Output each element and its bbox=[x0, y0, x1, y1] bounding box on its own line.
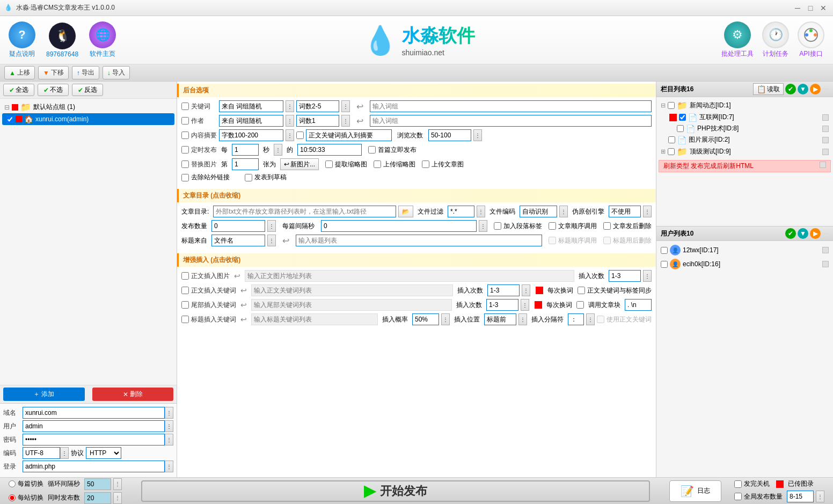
global-count-input[interactable] bbox=[787, 491, 814, 502]
user-down-button[interactable]: ▼ bbox=[798, 228, 808, 239]
save-draft-checkbox[interactable] bbox=[245, 174, 252, 181]
publish-count-spin[interactable]: ⋮ bbox=[267, 220, 276, 232]
new-image-button[interactable]: ↩ 新图片... bbox=[280, 158, 319, 170]
global-count-spin[interactable]: ⋮ bbox=[816, 491, 824, 502]
simultaneous-spin[interactable]: ⋮ bbox=[113, 492, 122, 504]
maximize-button[interactable]: □ bbox=[805, 3, 816, 13]
global-count-checkbox[interactable] bbox=[734, 493, 742, 500]
extract-thumb-checkbox[interactable] bbox=[325, 160, 333, 168]
insert-kw-checkbox[interactable] bbox=[181, 287, 189, 294]
user-spin[interactable]: ⋮ bbox=[165, 420, 173, 432]
keyword-source-spin[interactable]: ⋮ bbox=[286, 100, 294, 112]
read-categories-button[interactable]: 📋 读取 bbox=[753, 83, 784, 95]
cat-item-internet[interactable]: 📄 互联网[ID:7] bbox=[659, 112, 831, 123]
insert-kw-count-spin[interactable]: ⋮ bbox=[522, 284, 530, 296]
deselect-button[interactable]: ✔ 不选 bbox=[38, 84, 69, 96]
start-publish-button[interactable]: ▶ 开始发布 bbox=[141, 480, 650, 502]
login-input[interactable] bbox=[23, 461, 165, 472]
export-button[interactable]: ↑ 导出 bbox=[72, 66, 99, 79]
author-source-input[interactable] bbox=[219, 115, 283, 127]
password-input[interactable] bbox=[23, 434, 165, 445]
author-checkbox[interactable] bbox=[181, 117, 189, 125]
cat-news-checkbox[interactable] bbox=[668, 102, 675, 109]
file-filter-input[interactable] bbox=[448, 206, 474, 217]
nth-input[interactable] bbox=[232, 158, 259, 170]
close-button[interactable]: ✕ bbox=[818, 3, 829, 13]
schedule-button[interactable]: 🕐 计划任务 bbox=[762, 21, 789, 59]
encoding-input[interactable] bbox=[23, 447, 60, 459]
minimize-button[interactable]: ─ bbox=[792, 3, 803, 13]
expand-top-icon[interactable]: ⊞ bbox=[661, 148, 666, 155]
keyword-source-input[interactable] bbox=[219, 100, 283, 112]
log-button[interactable]: 📝 日志 bbox=[669, 480, 721, 502]
site-checkbox[interactable] bbox=[6, 116, 13, 123]
author-count-input[interactable] bbox=[296, 115, 339, 127]
backend-section-header[interactable]: 后台选项 bbox=[177, 84, 656, 97]
upload-article-checkbox[interactable] bbox=[422, 160, 429, 168]
dir-path-input[interactable] bbox=[213, 206, 396, 217]
user-input[interactable] bbox=[23, 420, 165, 432]
author-group-input[interactable] bbox=[370, 115, 652, 127]
insert-image-checkbox[interactable] bbox=[181, 272, 189, 280]
interval-spin[interactable]: ⋮ bbox=[479, 220, 487, 232]
domain-input[interactable] bbox=[23, 407, 165, 419]
sync-tag-checkbox[interactable] bbox=[578, 287, 585, 294]
publish-count-input[interactable] bbox=[211, 220, 265, 232]
insert-image-input[interactable] bbox=[245, 270, 574, 282]
import-button[interactable]: ↓ 导入 bbox=[103, 66, 130, 79]
cat-images-checkbox[interactable] bbox=[668, 136, 675, 143]
user-ecih0k-checkbox[interactable] bbox=[661, 261, 668, 268]
select-all-button[interactable]: ✔ 全选 bbox=[3, 84, 34, 96]
encoding-spin[interactable]: ⋮ bbox=[60, 447, 69, 459]
insert-count-spin[interactable]: ⋮ bbox=[643, 270, 652, 282]
fake-cite-spin[interactable]: ⋮ bbox=[643, 206, 652, 217]
summary-insert-checkbox[interactable] bbox=[296, 132, 304, 139]
per-site-switch-label[interactable]: 每站切换 bbox=[9, 493, 43, 502]
keyword-count-spin[interactable]: ⋮ bbox=[341, 100, 350, 112]
insert-title-kw-input[interactable] bbox=[251, 313, 378, 325]
api-button[interactable]: API接口 bbox=[798, 21, 824, 59]
insert-tail-count-spin[interactable]: ⋮ bbox=[521, 299, 529, 311]
move-down-button[interactable]: ▼ 下移 bbox=[38, 66, 69, 79]
schedule-time-input[interactable] bbox=[297, 144, 362, 156]
title-source-input[interactable] bbox=[211, 235, 265, 246]
insert-sep-input[interactable] bbox=[568, 313, 584, 325]
protocol-select[interactable]: HTTP HTTPS bbox=[86, 447, 121, 459]
insert-tail-checkbox[interactable] bbox=[181, 301, 189, 309]
insert-kw-input[interactable] bbox=[251, 284, 453, 296]
password-spin[interactable]: ⋮ bbox=[165, 434, 173, 445]
cat-top-checkbox[interactable] bbox=[668, 148, 675, 155]
schedule-spin[interactable]: ⋮ bbox=[274, 144, 282, 156]
remove-link-checkbox[interactable] bbox=[181, 174, 189, 181]
expand-news-icon[interactable]: ⊟ bbox=[661, 102, 666, 109]
login-spin[interactable]: ⋮ bbox=[165, 461, 173, 472]
order-adjust-checkbox[interactable] bbox=[549, 222, 556, 230]
browse-count-input[interactable] bbox=[428, 129, 471, 141]
insert-tail-input[interactable] bbox=[251, 299, 452, 311]
cycle-input[interactable] bbox=[84, 478, 111, 490]
interval-input[interactable] bbox=[321, 220, 477, 232]
insert-pos-input[interactable] bbox=[484, 313, 516, 325]
domain-spin[interactable]: ⋮ bbox=[165, 407, 173, 419]
article-dir-section-header[interactable]: 文章目录 (点击收缩) bbox=[177, 189, 656, 202]
cycle-spin[interactable]: ⋮ bbox=[113, 478, 122, 490]
title-source-spin[interactable]: ⋮ bbox=[267, 235, 276, 246]
title-order-checkbox[interactable] bbox=[549, 237, 556, 244]
summary-insert-input[interactable] bbox=[306, 129, 392, 141]
insert-rate-spin[interactable]: ⋮ bbox=[441, 313, 450, 325]
cat-php-checkbox[interactable] bbox=[677, 125, 684, 132]
insert-kw-count-input[interactable] bbox=[487, 284, 520, 296]
insert-sep-spin[interactable]: ⋮ bbox=[586, 313, 595, 325]
author-count-spin[interactable]: ⋮ bbox=[341, 115, 350, 127]
per-switch-radio[interactable] bbox=[9, 480, 16, 487]
schedule-interval-input[interactable] bbox=[232, 144, 259, 156]
help-button[interactable]: ? 疑点说明 bbox=[9, 21, 35, 59]
cat-item-images[interactable]: 📄 图片展示[ID:2] bbox=[659, 134, 831, 145]
call-article-checkbox[interactable] bbox=[576, 301, 584, 309]
summary-checkbox[interactable] bbox=[181, 132, 189, 139]
cat-action-button[interactable]: ▶ bbox=[810, 84, 821, 94]
per-switch-label[interactable]: 每篇切换 bbox=[9, 479, 43, 488]
use-body-kw-checkbox[interactable] bbox=[597, 316, 604, 323]
invert-select-button[interactable]: ✔ 反选 bbox=[72, 84, 103, 96]
author-source-spin[interactable]: ⋮ bbox=[286, 115, 294, 127]
